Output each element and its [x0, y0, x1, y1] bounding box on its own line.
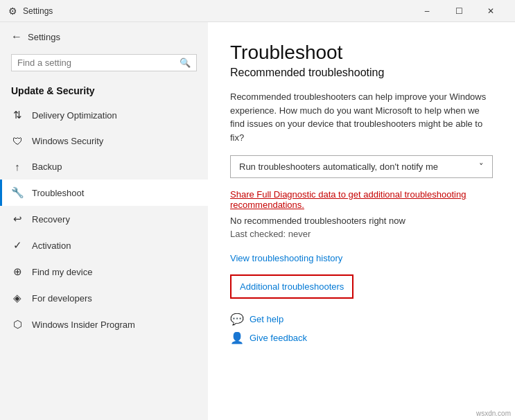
- sidebar-item-label: For developers: [32, 293, 92, 304]
- window-controls: – ☐ ✕: [411, 0, 507, 22]
- additional-troubleshooters-wrapper: Additional troubleshooters: [230, 274, 353, 299]
- view-history-link[interactable]: View troubleshooting history: [230, 253, 493, 263]
- give-feedback-link[interactable]: 👤 Give feedback: [230, 331, 493, 344]
- sidebar-item-recovery[interactable]: ↩ Recovery: [0, 206, 208, 232]
- search-input[interactable]: [17, 58, 180, 68]
- sidebar-item-label: Recovery: [32, 214, 70, 225]
- sidebar-item-label: Troubleshoot: [32, 188, 84, 198]
- sidebar-item-label: Delivery Optimization: [32, 110, 117, 121]
- settings-icon: ⚙: [8, 6, 17, 17]
- sidebar-item-backup[interactable]: ↑ Backup: [0, 154, 208, 180]
- sidebar-item-label: Activation: [32, 240, 71, 251]
- sidebar-item-troubleshoot[interactable]: 🔧 Troubleshoot: [0, 180, 208, 206]
- delivery-icon: ⇅: [11, 109, 24, 121]
- section-title: Update & Security: [0, 80, 208, 102]
- troubleshoot-icon: 🔧: [11, 186, 24, 199]
- back-arrow-icon: ←: [11, 30, 22, 43]
- troubleshooter-dropdown[interactable]: Run troubleshooters automatically, don't…: [230, 155, 493, 178]
- last-checked-text: Last checked: never: [230, 229, 493, 239]
- feedback-icon: 👤: [230, 331, 244, 344]
- sidebar-item-label: Backup: [32, 161, 62, 172]
- minimize-button[interactable]: –: [411, 0, 443, 22]
- developers-icon: ◈: [11, 292, 24, 304]
- recovery-icon: ↩: [11, 213, 24, 225]
- additional-troubleshooters-link[interactable]: Additional troubleshooters: [233, 277, 351, 296]
- content-subtitle: Recommended troubleshooting: [230, 67, 493, 79]
- sidebar-item-windows-insider[interactable]: ⬡ Windows Insider Program: [0, 311, 208, 338]
- activation-icon: ✓: [11, 239, 24, 252]
- search-icon: 🔍: [180, 58, 191, 68]
- no-troubleshooters-text: No recommended troubleshooters right now: [230, 216, 493, 226]
- help-icon: 💬: [230, 313, 244, 326]
- sidebar-item-label: Windows Insider Program: [32, 320, 135, 330]
- backup-icon: ↑: [11, 161, 24, 173]
- sidebar-item-delivery-optimization[interactable]: ⇅ Delivery Optimization: [0, 102, 208, 128]
- get-help-link[interactable]: 💬 Get help: [230, 313, 493, 326]
- maximize-button[interactable]: ☐: [443, 0, 475, 22]
- diagnostic-link[interactable]: Share Full Diagnostic data to get additi…: [230, 189, 493, 210]
- sidebar-item-label: Find my device: [32, 267, 92, 277]
- chevron-down-icon: ˅: [479, 161, 484, 172]
- watermark: wsxdn.com: [476, 410, 511, 417]
- shield-icon: 🛡: [11, 135, 24, 147]
- get-help-label: Get help: [250, 314, 283, 324]
- sidebar-item-for-developers[interactable]: ◈ For developers: [0, 285, 208, 311]
- give-feedback-label: Give feedback: [250, 333, 307, 343]
- main-layout: ← Settings 🔍 Update & Security ⇅ Deliver…: [0, 22, 515, 420]
- dropdown-value: Run troubleshooters automatically, don't…: [239, 161, 438, 172]
- sidebar-item-activation[interactable]: ✓ Activation: [0, 232, 208, 259]
- sidebar-item-windows-security[interactable]: 🛡 Windows Security: [0, 128, 208, 154]
- sidebar-item-find-my-device[interactable]: ⊕ Find my device: [0, 259, 208, 285]
- sidebar: ← Settings 🔍 Update & Security ⇅ Deliver…: [0, 22, 208, 420]
- find-device-icon: ⊕: [11, 265, 24, 278]
- title-bar-title: Settings: [23, 6, 411, 16]
- content-description: Recommended troubleshooters can help imp…: [230, 90, 493, 144]
- insider-icon: ⬡: [11, 318, 24, 331]
- search-box[interactable]: 🔍: [11, 54, 197, 71]
- bottom-links: 💬 Get help 👤 Give feedback: [230, 313, 493, 344]
- page-title: Troubleshoot: [230, 42, 493, 64]
- title-bar: ⚙ Settings – ☐ ✕: [0, 0, 515, 22]
- back-label: Settings: [28, 32, 60, 42]
- content-area: Troubleshoot Recommended troubleshooting…: [208, 22, 515, 420]
- sidebar-item-label: Windows Security: [32, 136, 103, 146]
- close-button[interactable]: ✕: [475, 0, 507, 22]
- back-button[interactable]: ← Settings: [0, 22, 208, 51]
